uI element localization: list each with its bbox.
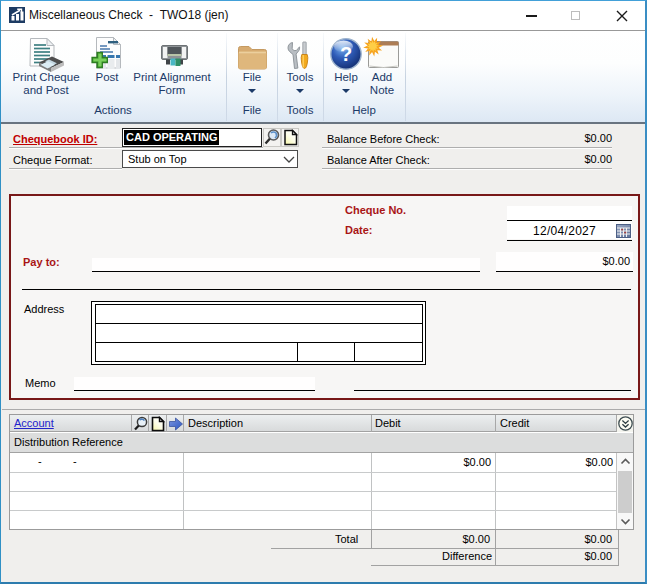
svg-text:?: ?	[340, 43, 352, 65]
